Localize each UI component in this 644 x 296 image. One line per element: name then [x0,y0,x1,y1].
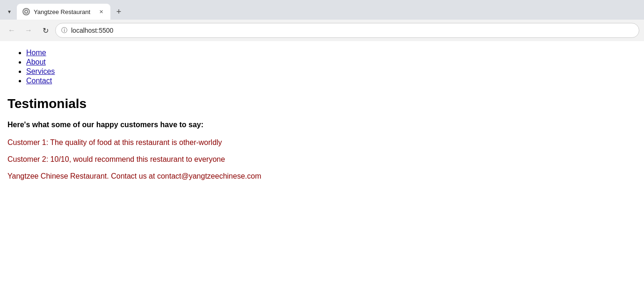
new-tab-icon: + [116,7,122,17]
page-content: Home About Services Contact Testimonials… [0,41,644,296]
tab-favicon [22,8,30,15]
nav-link-home[interactable]: Home [26,49,46,57]
back-button[interactable]: ← [5,23,19,37]
reload-button[interactable]: ↻ [38,23,52,37]
forward-button[interactable]: → [22,23,36,37]
nav-link-contact[interactable]: Contact [26,77,52,85]
nav-list: Home About Services Contact [7,49,637,85]
navigation: Home About Services Contact [7,49,637,85]
browser-chrome: ▾ Yangtzee Restaurant ✕ + ← → ↻ ⓘ localh… [0,0,644,41]
nav-item-contact: Contact [26,77,637,85]
active-tab[interactable]: Yangtzee Restaurant ✕ [17,4,110,20]
tab-title: Yangtzee Restaurant [34,8,94,15]
testimonial-2: Customer 2: 10/10, would recommend this … [7,155,637,164]
reload-icon: ↻ [43,26,49,35]
tab-bar: ▾ Yangtzee Restaurant ✕ + [0,0,644,20]
nav-item-home: Home [26,49,637,57]
testimonial-1: Customer 1: The quality of food at this … [7,138,637,147]
forward-icon: → [25,26,32,35]
footer-text: Yangtzee Chinese Restaurant. Contact us … [7,172,637,180]
nav-link-services[interactable]: Services [26,67,55,75]
new-tab-button[interactable]: + [112,5,125,18]
back-icon: ← [8,26,15,35]
subheading-text: Here's what some of our happy customers … [7,121,637,129]
address-bar[interactable]: ⓘ localhost:5500 [55,23,639,38]
nav-item-services: Services [26,67,637,76]
url-text: localhost:5500 [71,27,113,34]
nav-item-about: About [26,58,637,66]
tab-dropdown-icon: ▾ [8,8,11,15]
browser-toolbar: ← → ↻ ⓘ localhost:5500 [0,20,644,41]
page-title: Testimonials [7,96,637,111]
tab-dropdown-button[interactable]: ▾ [4,6,15,17]
info-icon: ⓘ [61,26,67,35]
tab-close-button[interactable]: ✕ [97,8,105,15]
nav-link-about[interactable]: About [26,58,46,66]
svg-point-1 [25,11,27,13]
